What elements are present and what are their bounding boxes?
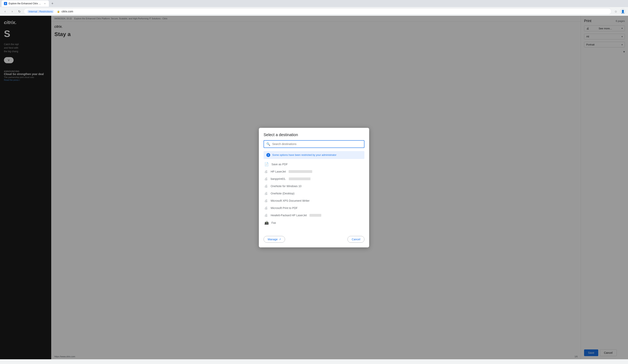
address-bar[interactable]: Internal | Restrictions 🔒 citrix.com (24, 8, 612, 15)
lock-icon: 🔒 (57, 10, 60, 13)
printer-icon: 🖨 (264, 170, 268, 174)
dialog-title: Select a destination (264, 133, 364, 137)
destination-onenote-win10[interactable]: 🖨 OneNote for Windows 10 (264, 183, 364, 190)
destination-name: OneNote for Windows 10 (271, 185, 301, 188)
address-separator: | (38, 10, 38, 13)
tab-favicon: X (4, 2, 7, 5)
external-link-icon: ↗ (279, 238, 281, 241)
redacted-text (289, 170, 312, 173)
printer-icon: 🖨 (264, 184, 268, 188)
modal-overlay: Select a destination 🔍 i Some options ha… (0, 16, 628, 359)
destination-banpprint01[interactable]: 🖨 banpprint01. (264, 175, 364, 183)
destination-fax[interactable]: 📠 Fax (264, 219, 364, 226)
destination-onenote-desktop[interactable]: 🖨 OneNote (Desktop) (264, 190, 364, 197)
destination-list: 📄 Save as PDF 🖨 HP LaserJet 🖨 banpprint0… (264, 160, 364, 226)
info-text: Some options have been restricted by you… (272, 153, 336, 156)
address-url: citrix.com (62, 10, 73, 13)
fax-icon: 📠 (264, 220, 269, 225)
search-icon: 🔍 (266, 142, 270, 146)
destination-ms-print-pdf[interactable]: 🖨 Microsoft Print to PDF (264, 205, 364, 212)
destination-name: banpprint01. (271, 177, 286, 180)
destination-name: Save as PDF (271, 163, 288, 166)
manage-label: Manage (268, 238, 278, 241)
destination-hp-laserjet-2[interactable]: 🖨 Hewlett-Packard HP LaserJet (264, 212, 364, 219)
manage-button[interactable]: Manage ↗ (264, 236, 285, 243)
printer-icon: 🖨 (264, 191, 268, 196)
info-icon: i (266, 153, 270, 157)
dialog-cancel-button[interactable]: Cancel (347, 236, 364, 243)
pdf-icon: 📄 (264, 162, 269, 166)
tab-bar: X Explore the Enhanced Citrix P... × + (0, 0, 628, 7)
destination-name: HP LaserJet (271, 170, 286, 173)
destination-name: Microsoft Print to PDF (271, 207, 298, 210)
search-input[interactable] (272, 143, 362, 146)
forward-button[interactable]: › (9, 9, 15, 14)
destination-name: Hewlett-Packard HP LaserJet (271, 214, 307, 217)
search-box[interactable]: 🔍 (264, 140, 364, 148)
address-restrictions-label: Restrictions (39, 10, 53, 13)
address-internal-label: Internal (29, 10, 37, 13)
page-content: citrix. S Catch the repl and Next with t… (0, 16, 628, 359)
printer-icon: 🖨 (264, 206, 268, 210)
back-button[interactable]: ‹ (2, 9, 8, 14)
printer-icon: 🖨 (264, 213, 268, 218)
destination-hp-laserjet[interactable]: 🖨 HP LaserJet (264, 168, 364, 175)
redacted-text (289, 177, 311, 180)
tab-close-button[interactable]: × (43, 2, 47, 5)
bookmark-button[interactable]: ☆ (613, 9, 619, 14)
printer-icon: 🖨 (264, 199, 268, 203)
destination-xps-writer[interactable]: 🖨 Microsoft XPS Document Writer (264, 197, 364, 205)
dialog-footer: Manage ↗ Cancel (264, 236, 364, 243)
new-tab-button[interactable]: + (50, 1, 55, 6)
destination-name: Fax (271, 221, 276, 224)
destination-name: OneNote (Desktop) (271, 192, 295, 195)
info-banner: i Some options have been restricted by y… (264, 151, 364, 159)
destination-name: Microsoft XPS Document Writer (271, 199, 310, 202)
address-bar-row: ‹ › ↻ Internal | Restrictions 🔒 citrix.c… (0, 7, 628, 16)
printer-icon: 🖨 (264, 177, 268, 181)
browser-tab[interactable]: X Explore the Enhanced Citrix P... × (1, 0, 49, 7)
reload-button[interactable]: ↻ (16, 9, 22, 14)
redacted-text (310, 214, 321, 217)
browser-window: X Explore the Enhanced Citrix P... × + ‹… (0, 0, 628, 364)
status-bar (0, 359, 628, 364)
tab-title: Explore the Enhanced Citrix P... (9, 2, 42, 5)
select-destination-dialog: Select a destination 🔍 i Some options ha… (259, 128, 369, 247)
profile-button[interactable]: 👤 (620, 9, 626, 14)
destination-save-as-pdf[interactable]: 📄 Save as PDF (264, 160, 364, 168)
